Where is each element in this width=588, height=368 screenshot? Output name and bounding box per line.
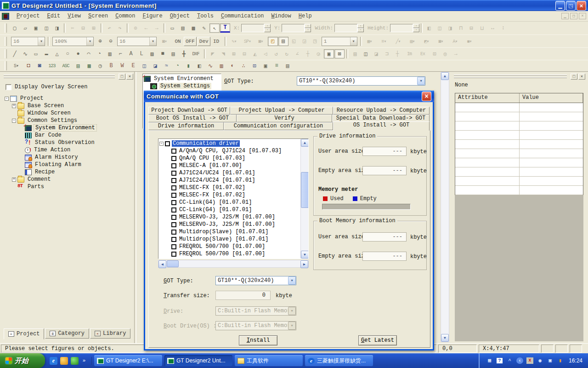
copy-icon[interactable]: ⊟ [78, 23, 88, 33]
tree-item[interactable]: System Environment [5, 124, 132, 132]
coordinate-input[interactable] [334, 24, 357, 32]
mdi-minimize-icon[interactable]: ▁ [561, 13, 569, 19]
import-data-icon[interactable]: Im [403, 49, 416, 58]
polyline-icon[interactable]: ∿ [20, 49, 30, 58]
minimize-button[interactable]: ▁ [555, 1, 565, 11]
driver-checkbox[interactable] [171, 149, 176, 154]
taskbar-item[interactable]: 三菱触摸屏很缺货... [305, 355, 373, 366]
device-list-icon[interactable]: ▤ [278, 37, 288, 46]
tree-item[interactable]: + Comment [5, 176, 132, 183]
driver-checkbox[interactable] [165, 141, 170, 146]
driver-checkbox[interactable] [171, 222, 176, 227]
ascii-display-icon[interactable]: ASC [59, 61, 72, 70]
consecutive-copy-icon[interactable]: ◫ [361, 49, 371, 58]
sp-icon[interactable]: SP▾ [241, 37, 254, 46]
cut-icon[interactable]: ✂ [68, 23, 78, 33]
tree-item[interactable]: Window Screen [5, 109, 132, 117]
dialog-tab[interactable]: Resource Upload -> Computer [333, 107, 430, 115]
menu-item[interactable]: Window [268, 12, 295, 21]
driver-checkbox[interactable] [171, 230, 176, 235]
rotate-left-icon[interactable]: ↺ [271, 49, 281, 58]
dialog-tab[interactable]: Communication configuration [224, 122, 333, 130]
switch-icon[interactable]: ◘ [23, 61, 34, 70]
app-quicklaunch-icon[interactable] [71, 357, 79, 365]
tree-item[interactable]: Parts [5, 183, 132, 190]
screen-size-icon[interactable]: ▭ [167, 23, 177, 33]
driver-checkbox[interactable] [171, 200, 176, 205]
got-type-select[interactable]: GT10**-Q(320x240) [297, 76, 425, 86]
network-tray-icon[interactable]: x [526, 357, 533, 364]
line-width-icon[interactable]: ≡▾ [378, 37, 390, 46]
coordinate-input[interactable] [241, 24, 264, 32]
group-icon[interactable]: ⊞ [229, 49, 239, 58]
menu-item[interactable]: Communication [217, 12, 268, 21]
crosshair-icon[interactable]: ┼ [392, 49, 402, 58]
save-icon[interactable]: ▣ [31, 23, 41, 33]
scroll-up-icon[interactable]: ▲ [301, 139, 309, 147]
comment-display-icon[interactable]: B [106, 61, 116, 70]
device-test-icon[interactable]: ⊡ [430, 49, 440, 58]
driver-expander[interactable]: - [159, 142, 164, 146]
touch-key-icon[interactable]: ⊡ [249, 61, 260, 70]
numerical-display-icon[interactable]: 123 [45, 61, 58, 70]
driver-checkbox[interactable] [171, 178, 176, 183]
draw-pen-icon[interactable]: ✎ [199, 23, 209, 33]
table-row[interactable] [455, 103, 583, 112]
scroll-thumb[interactable] [167, 260, 179, 267]
dropdown-arrow-icon[interactable] [288, 276, 296, 285]
window-stack-icon[interactable]: ▩ [188, 23, 198, 33]
driver-item[interactable]: CC-Link(G4) [01.07.01] [159, 206, 300, 213]
save-as-icon[interactable]: ◫ [41, 23, 51, 33]
sector-icon[interactable]: ◔ [94, 49, 104, 58]
driver-item[interactable]: MELSEC-A [01.07.00] [159, 162, 300, 169]
find-icon[interactable]: ◎ [440, 49, 450, 58]
driver-item[interactable]: MELSERVO-J3, J2S/M [01.07.00] [159, 213, 300, 221]
scroll-right-icon[interactable]: ▶ [300, 260, 308, 268]
doc-preview-icon[interactable]: ⊙ [130, 23, 141, 33]
driver-checkbox[interactable] [171, 215, 176, 220]
scroll-down-icon[interactable]: ▼ [441, 334, 449, 342]
align-bottom-icon[interactable]: ⊔ [477, 23, 487, 33]
tree-expander[interactable]: - [12, 119, 16, 123]
driver-item[interactable]: FREQROL 500/700 [01.07.00] [159, 250, 300, 258]
help-tray-icon[interactable]: ? [496, 357, 503, 364]
same-width-icon[interactable]: ↔ [487, 23, 498, 33]
edit-vertex-icon[interactable]: ∠ [292, 49, 302, 58]
open-icon[interactable]: ▱ [20, 23, 30, 33]
report-screen-icon[interactable]: ▤ [283, 61, 293, 70]
start-button[interactable]: 开始 [0, 353, 45, 368]
menu-item[interactable]: Tools [193, 12, 217, 21]
data-list-display-icon[interactable]: ▤ [73, 61, 83, 70]
object-color-icon[interactable]: ■▾ [463, 37, 476, 46]
get-latest-button[interactable]: Get Latest [358, 335, 397, 345]
tree-item[interactable]: Time Action [5, 146, 132, 154]
recipe-transfer-icon[interactable]: ≡ [271, 61, 282, 70]
align-right-icon[interactable]: ◨ [445, 23, 455, 33]
polygon-icon[interactable]: △ [52, 49, 62, 58]
text-size-combo[interactable]: 16 [117, 37, 157, 46]
close-button[interactable]: × [577, 1, 586, 11]
send-back-icon[interactable]: ◥ [218, 49, 228, 58]
text-color-icon[interactable]: A▾ [449, 37, 462, 46]
clock-display-icon[interactable]: ◷ [95, 61, 105, 70]
tree-expander[interactable]: - [5, 97, 9, 101]
driver-item[interactable]: CC-Link(G4) [01.07.01] [159, 199, 300, 206]
display-overlay-checkbox[interactable] [6, 84, 11, 90]
panel-splitter[interactable] [134, 72, 136, 343]
rotate-right-icon[interactable]: ↻ [282, 49, 292, 58]
ungroup-icon[interactable]: ⊟ [239, 49, 249, 58]
menu-item[interactable]: Screen [85, 12, 112, 21]
mdi-restore-icon[interactable]: ◳ [570, 13, 577, 19]
snap-grid-icon[interactable]: ▦▾ [363, 37, 376, 46]
settings-tree-item[interactable]: System Settings [144, 82, 220, 90]
driver-item[interactable]: Multidrop(Slave) [01.07.01] [159, 236, 300, 243]
install-button[interactable]: Install [239, 335, 277, 345]
dialog-tab[interactable]: Verify [237, 115, 332, 122]
dialog-tab[interactable]: OS Install -> GOT [333, 121, 430, 131]
panel-float-icon[interactable]: □ [119, 74, 125, 80]
menu-item[interactable]: Project [13, 12, 43, 21]
text-tool-icon[interactable]: T [220, 23, 230, 33]
align-left-icon[interactable]: ◧ [424, 23, 434, 33]
driver-item[interactable]: A/QnA/Q CPU, QJ71C24 [01.07.03] [159, 147, 300, 155]
driver-item[interactable]: MELSEC-FX [01.07.02] [159, 191, 300, 199]
